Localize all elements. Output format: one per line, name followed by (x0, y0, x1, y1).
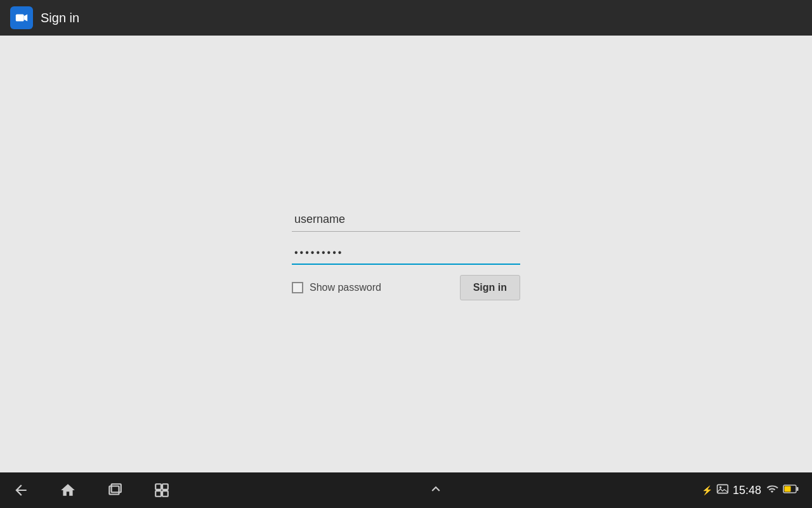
password-input[interactable] (292, 242, 520, 265)
svg-rect-12 (796, 487, 798, 491)
app-title: Sign in (41, 11, 79, 25)
back-button[interactable] (13, 482, 29, 498)
wifi-icon (765, 483, 779, 498)
svg-rect-6 (155, 491, 161, 497)
svg-marker-1 (24, 15, 27, 22)
svg-rect-11 (784, 486, 790, 491)
nav-left (13, 482, 170, 498)
up-button[interactable] (428, 481, 444, 500)
show-password-checkbox[interactable] (292, 282, 303, 293)
image-icon (716, 483, 729, 498)
nav-right: ⚡ 15:48 (702, 483, 799, 498)
status-icons: ⚡ 15:48 (702, 483, 799, 498)
svg-rect-7 (162, 491, 168, 497)
clock: 15:48 (733, 484, 761, 497)
sign-in-button[interactable]: Sign in (460, 275, 520, 300)
svg-rect-4 (155, 484, 161, 490)
app-bar: Sign in (0, 0, 812, 36)
svg-rect-5 (162, 484, 168, 490)
home-button[interactable] (60, 482, 76, 498)
svg-point-9 (719, 486, 721, 488)
main-content: Show password Sign in (0, 36, 812, 472)
show-password-label[interactable]: Show password (310, 282, 454, 293)
login-form: Show password Sign in (292, 208, 520, 300)
recents-button[interactable] (107, 482, 123, 498)
form-row: Show password Sign in (292, 275, 520, 300)
nav-bar: ⚡ 15:48 (0, 472, 812, 508)
svg-rect-8 (717, 485, 728, 493)
usb-icon: ⚡ (702, 485, 712, 495)
app-icon (10, 6, 33, 29)
username-input[interactable] (292, 208, 520, 232)
svg-rect-0 (16, 15, 24, 22)
battery-icon (783, 484, 799, 497)
nav-center (428, 481, 444, 500)
overview-button[interactable] (154, 482, 170, 498)
